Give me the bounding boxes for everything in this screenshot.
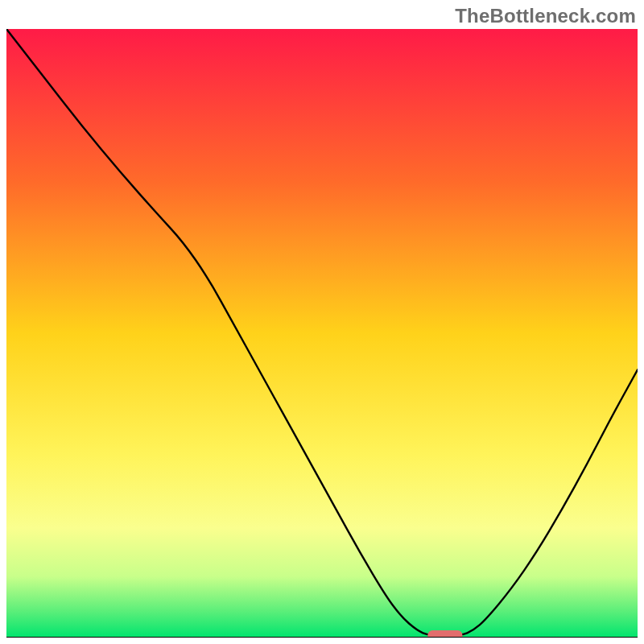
optimal-marker [427,630,462,638]
gradient-background [6,29,638,638]
chart-svg [6,29,638,638]
bottleneck-chart [6,29,638,638]
attribution-text: TheBottleneck.com [455,5,636,27]
